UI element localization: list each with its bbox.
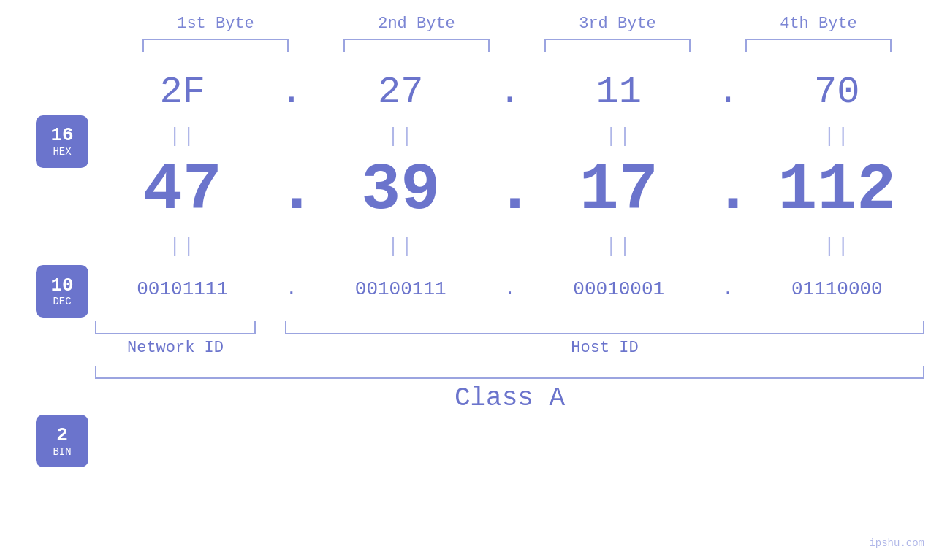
bin-row: 00101111 . 00100111 . 00010001 . [95,260,924,318]
bracket-top-1 [142,39,289,52]
bracket-bottom-network [95,321,256,334]
hex-b3: 11 [539,71,699,114]
bin-b2: 00100111 [320,278,481,300]
dec-b1: 47 [102,153,263,228]
equals-row-1: || || || || [95,121,924,150]
byte2-label: 2nd Byte [336,15,497,33]
eq1-b2: || [320,125,481,147]
bracket-top-2 [343,39,490,52]
dec-row: 47 . 39 . 17 . 112 [95,150,924,231]
eq2-b2: || [320,234,481,257]
watermark: ipshu.com [869,537,924,549]
dec-b4: 112 [756,153,917,228]
dec-dot-3: . [713,153,742,228]
byte-headers: 1st Byte 2nd Byte 3rd Byte 4th Byte [115,0,919,33]
hex-dot-3: . [713,71,742,114]
badges-column: 16 HEX 10 DEC 2 BIN [0,52,95,560]
bracket-top-4 [745,39,892,52]
bin-dot-3: . [713,278,742,300]
hex-row: 2F . 27 . 11 . 70 [95,63,924,121]
hex-b1: 2F [102,71,263,114]
bin-badge-number: 2 [56,425,68,446]
dec-badge-label: DEC [53,296,71,307]
bottom-brackets-row [95,321,924,334]
bracket-top-3 [544,39,691,52]
bin-b3: 00010001 [539,278,699,300]
top-brackets [115,39,919,52]
bin-badge: 2 BIN [36,415,88,467]
dec-dot-2: . [495,153,524,228]
bin-b4: 01110000 [756,278,917,300]
host-id-label: Host ID [285,339,924,357]
dec-badge: 10 DEC [36,265,88,318]
byte3-label: 3rd Byte [537,15,698,33]
byte1-label: 1st Byte [135,15,296,33]
bin-badge-label: BIN [53,446,71,458]
hex-b2: 27 [320,71,481,114]
bracket-bottom-host [285,321,924,334]
hex-badge: 16 HEX [36,115,88,168]
hex-badge-number: 16 [50,125,73,146]
hex-badge-label: HEX [53,146,71,158]
eq1-b1: || [102,125,263,147]
main-container: 1st Byte 2nd Byte 3rd Byte 4th Byte 16 H… [0,0,939,560]
values-grid: 2F . 27 . 11 . 70 [95,52,939,560]
eq2-b4: || [756,234,917,257]
hex-dot-1: . [277,71,306,114]
eq2-b3: || [539,234,699,257]
hex-dot-2: . [495,71,524,114]
eq1-b4: || [756,125,917,147]
bin-b1: 00101111 [102,278,263,300]
equals-row-2: || || || || [95,231,924,260]
dec-b3: 17 [539,153,699,228]
id-labels: Network ID Host ID [95,339,924,357]
bin-dot-1: . [277,278,306,300]
network-id-label: Network ID [95,339,256,357]
eq1-b3: || [539,125,699,147]
bracket-class [95,366,924,379]
bin-dot-2: . [495,278,524,300]
byte4-label: 4th Byte [738,15,899,33]
dec-dot-1: . [277,153,306,228]
content-wrapper: 16 HEX 10 DEC 2 BIN 2F . [0,52,939,560]
dec-b2: 39 [320,153,481,228]
hex-b4: 70 [756,71,917,114]
eq2-b1: || [102,234,263,257]
class-label: Class A [95,383,924,413]
dec-badge-number: 10 [50,275,73,296]
